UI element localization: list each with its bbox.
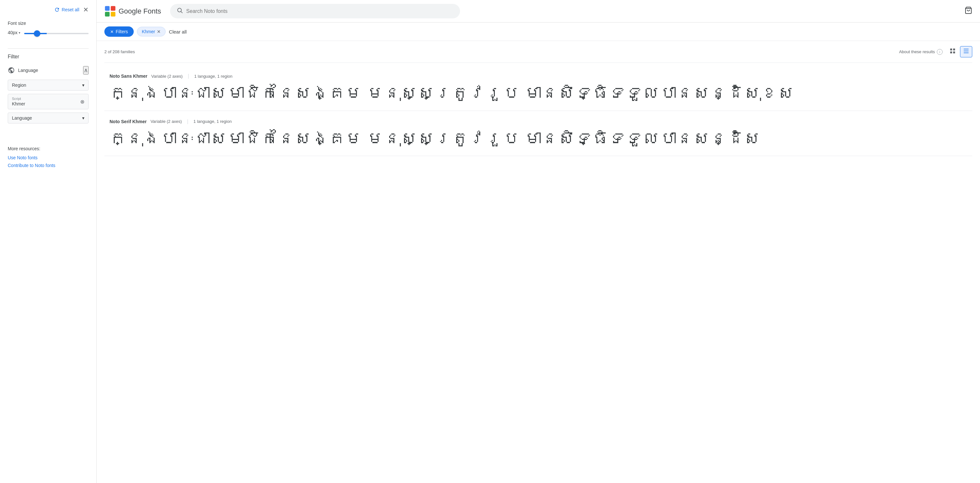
list-view-button[interactable] xyxy=(960,46,972,57)
use-noto-fonts-link[interactable]: Use Noto fonts xyxy=(8,155,89,160)
svg-line-5 xyxy=(181,11,183,13)
close-sidebar-button[interactable]: ✕ xyxy=(83,6,89,13)
region-label: Region xyxy=(12,83,26,88)
svg-rect-9 xyxy=(950,52,952,54)
results-area: 2 of 208 families About these results i xyxy=(97,41,980,483)
filter-section-label: Filter xyxy=(8,54,89,60)
search-icon xyxy=(177,7,183,15)
language-row: Language ∧ xyxy=(8,66,89,75)
font-card-1-separator: | xyxy=(188,73,189,79)
info-icon-symbol: i xyxy=(939,50,940,54)
clear-script-button[interactable]: ⊗ xyxy=(80,99,84,105)
font-size-arrow-icon: ▾ xyxy=(19,31,20,35)
main-content: Google Fonts ✕ Filters Khme xyxy=(97,0,980,483)
filter-section: Filter Language ∧ Region ▾ Script Khmer … xyxy=(8,54,89,127)
script-label-small: Script xyxy=(12,97,25,100)
results-right: About these results i xyxy=(899,46,972,57)
font-size-section: Font size 40px ▾ xyxy=(8,21,89,35)
info-icon[interactable]: i xyxy=(937,49,943,55)
about-results-text: About these results xyxy=(899,49,935,54)
clear-script-icon: ⊗ xyxy=(80,99,84,104)
font-card-1-meta: Noto Sans Khmer Variable (2 axes) | 1 la… xyxy=(110,73,967,79)
font-card-2: Noto Serif Khmer Variable (2 axes) | 1 l… xyxy=(104,111,972,156)
svg-rect-7 xyxy=(950,49,952,51)
khmer-chip: Khmer ✕ xyxy=(137,27,165,37)
font-card-2-preview[interactable]: ក្នុងបានៈជាសមាជិកនៃសង្គម មនុស្សត្រូវរួប … xyxy=(110,128,967,150)
khmer-chip-close-button[interactable]: ✕ xyxy=(157,29,161,34)
language-dropdown-label: Language xyxy=(12,115,32,121)
sidebar: Reset all ✕ Font size 40px ▾ Filter Lang xyxy=(0,0,97,483)
khmer-chip-label: Khmer xyxy=(142,29,155,34)
google-logo-icon xyxy=(104,5,116,17)
font-card-1-name: Noto Sans Khmer xyxy=(110,73,147,79)
search-bar xyxy=(170,4,460,18)
list-icon xyxy=(963,48,969,54)
close-icon: ✕ xyxy=(83,6,89,13)
font-card-2-meta: Noto Serif Khmer Variable (2 axes) | 1 l… xyxy=(110,119,967,124)
clear-all-button[interactable]: Clear all xyxy=(169,29,186,35)
language-collapse-button[interactable]: ∧ xyxy=(83,66,89,75)
font-card-2-coverage: 1 language, 1 region xyxy=(194,119,232,124)
globe-icon xyxy=(8,67,15,74)
font-size-control: 40px ▾ xyxy=(8,30,89,35)
about-results: About these results i xyxy=(899,49,943,55)
cart-icon xyxy=(964,6,972,14)
font-card-2-name: Noto Serif Khmer xyxy=(110,119,146,124)
language-label: Language xyxy=(18,68,38,73)
font-size-slider-container xyxy=(24,30,89,35)
font-size-label: Font size xyxy=(8,21,89,26)
svg-rect-1 xyxy=(111,6,115,10)
search-input[interactable] xyxy=(186,8,453,14)
language-arrow-icon: ▾ xyxy=(82,115,84,121)
script-field-content: Script Khmer xyxy=(12,97,25,107)
font-size-slider[interactable] xyxy=(24,33,89,34)
svg-rect-12 xyxy=(964,51,969,51)
svg-rect-3 xyxy=(111,11,115,16)
logo-text: Google Fonts xyxy=(119,7,161,16)
script-field[interactable]: Script Khmer ⊗ xyxy=(8,94,89,109)
clear-all-label: Clear all xyxy=(169,29,186,35)
filters-x-icon: ✕ xyxy=(110,29,114,34)
results-count: 2 of 208 families xyxy=(104,49,135,54)
logo-area: Google Fonts xyxy=(104,5,161,17)
language-left: Language xyxy=(8,67,38,74)
reset-all-button[interactable]: Reset all xyxy=(54,7,79,13)
chevron-up-icon: ∧ xyxy=(84,67,88,73)
font-card-2-separator: | xyxy=(187,119,188,124)
svg-rect-0 xyxy=(105,6,110,10)
grid-view-button[interactable] xyxy=(947,46,959,57)
grid-icon xyxy=(950,48,956,54)
filters-button-label: Filters xyxy=(116,29,128,34)
svg-rect-8 xyxy=(953,49,955,51)
sidebar-header: Reset all ✕ xyxy=(8,6,89,13)
font-card-1-axes: Variable (2 axes) xyxy=(151,74,182,79)
font-size-selector[interactable]: 40px ▾ xyxy=(8,30,20,35)
filters-button[interactable]: ✕ Filters xyxy=(104,26,134,37)
region-arrow-icon: ▾ xyxy=(82,83,84,88)
font-card-1-coverage: 1 language, 1 region xyxy=(194,74,232,79)
cart-button[interactable] xyxy=(964,6,972,16)
more-resources-label: More resources: xyxy=(8,146,89,151)
view-toggle xyxy=(947,46,972,57)
filter-bar: ✕ Filters Khmer ✕ Clear all xyxy=(97,22,980,41)
font-list: Noto Sans Khmer Variable (2 axes) | 1 la… xyxy=(104,63,972,159)
more-resources-section: More resources: Use Noto fonts Contribut… xyxy=(8,146,89,171)
svg-rect-13 xyxy=(964,53,969,53)
chip-close-icon: ✕ xyxy=(157,29,161,34)
svg-point-4 xyxy=(178,8,181,12)
font-card-1: Noto Sans Khmer Variable (2 axes) | 1 la… xyxy=(104,65,972,111)
contribute-noto-fonts-link[interactable]: Contribute to Noto fonts xyxy=(8,163,89,168)
divider-1 xyxy=(8,48,89,49)
reset-icon xyxy=(54,7,60,13)
font-card-1-preview[interactable]: ក្នុងបានៈជាសមាជិកនៃសង្គម មនុស្សត្រូវរួប … xyxy=(110,82,967,104)
reset-all-label: Reset all xyxy=(62,7,79,12)
font-card-2-axes: Variable (2 axes) xyxy=(150,119,182,124)
font-size-value: 40px xyxy=(8,30,18,35)
region-dropdown[interactable]: Region ▾ xyxy=(8,80,89,91)
svg-rect-10 xyxy=(953,52,955,54)
topbar: Google Fonts xyxy=(97,0,980,22)
svg-rect-11 xyxy=(964,49,969,49)
script-value: Khmer xyxy=(12,101,25,107)
language-dropdown[interactable]: Language ▾ xyxy=(8,113,89,123)
svg-rect-2 xyxy=(105,11,110,16)
